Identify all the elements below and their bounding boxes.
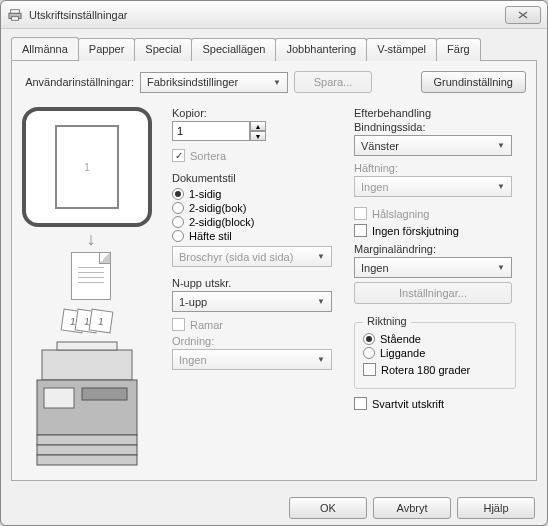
- svg-rect-6: [82, 388, 127, 400]
- user-settings-select[interactable]: Fabriksindstillinger ▼: [140, 72, 288, 93]
- layer-icon: 1: [89, 309, 114, 334]
- ok-button[interactable]: OK: [289, 497, 367, 519]
- user-settings-label: Användarinställningar:: [22, 76, 134, 88]
- chevron-down-icon: ▼: [317, 297, 325, 306]
- user-settings-value: Fabriksindstillinger: [147, 76, 238, 88]
- collate-checkbox: ✓ Sortera: [172, 149, 342, 162]
- tab-general[interactable]: Allmänna: [11, 37, 79, 60]
- paper-preview: 1: [22, 107, 152, 227]
- svg-rect-0: [11, 9, 20, 13]
- printer-illustration: [22, 340, 152, 470]
- help-button[interactable]: Hjälp: [457, 497, 535, 519]
- svg-rect-8: [37, 445, 137, 455]
- spin-up-icon[interactable]: ▲: [250, 121, 266, 131]
- punch-checkbox: Hålslagning: [354, 207, 516, 220]
- margin-select[interactable]: Ingen ▼: [354, 257, 512, 278]
- staple-select: Ingen ▼: [354, 176, 512, 197]
- pamphlet-select: Broschyr (sida vid sida) ▼: [172, 246, 332, 267]
- binding-label: Bindningssida:: [354, 121, 516, 133]
- frame-checkbox: Ramar: [172, 318, 342, 331]
- order-select: Ingen ▼: [172, 349, 332, 370]
- svg-rect-9: [37, 455, 137, 465]
- staple-label: Häftning:: [354, 162, 516, 174]
- svg-rect-3: [42, 350, 132, 380]
- layer-icons: 1 1 1: [22, 310, 160, 332]
- save-button: Spara...: [294, 71, 372, 93]
- tab-vstamp[interactable]: V-stämpel: [366, 38, 437, 61]
- nup-title: N-upp utskr.: [172, 277, 342, 289]
- tab-special[interactable]: Special: [134, 38, 192, 61]
- close-button[interactable]: [505, 6, 541, 24]
- nup-select[interactable]: 1-upp ▼: [172, 291, 332, 312]
- preview-page: 1: [55, 125, 119, 209]
- document-icon: [71, 252, 111, 300]
- spin-down-icon[interactable]: ▼: [250, 131, 266, 141]
- tab-paper[interactable]: Papper: [78, 38, 135, 61]
- margin-label: Marginaländring:: [354, 243, 516, 255]
- portrait-radio[interactable]: Stående: [363, 333, 507, 345]
- svg-rect-2: [12, 16, 19, 20]
- docstyle-1sided-radio[interactable]: 1-sidig: [172, 188, 342, 200]
- cancel-button[interactable]: Avbryt: [373, 497, 451, 519]
- printer-icon: [7, 7, 23, 23]
- chevron-down-icon: ▼: [317, 252, 325, 261]
- copies-spinner[interactable]: ▲ ▼: [172, 121, 342, 141]
- order-label: Ordning:: [172, 335, 342, 347]
- titlebar: Utskriftsinställningar: [1, 1, 547, 29]
- window-title: Utskriftsinställningar: [29, 9, 505, 21]
- tab-strip: Allmänna Papper Special Speciallägen Job…: [11, 37, 537, 61]
- chevron-down-icon: ▼: [317, 355, 325, 364]
- docstyle-booklet-radio[interactable]: Häfte stil: [172, 230, 342, 242]
- svg-rect-5: [44, 388, 74, 408]
- chevron-down-icon: ▼: [497, 182, 505, 191]
- chevron-down-icon: ▼: [273, 78, 281, 87]
- copies-label: Kopior:: [172, 107, 342, 119]
- tab-color[interactable]: Färg: [436, 38, 481, 61]
- offset-checkbox[interactable]: Ingen förskjutning: [354, 224, 516, 237]
- tab-job[interactable]: Jobbhantering: [275, 38, 367, 61]
- finishing-title: Efterbehandling: [354, 107, 516, 119]
- margin-settings-button: Inställningar...: [354, 282, 512, 304]
- svg-rect-7: [37, 435, 137, 445]
- rotate180-checkbox[interactable]: Rotera 180 grader: [363, 363, 507, 376]
- copies-input[interactable]: [172, 121, 250, 141]
- landscape-radio[interactable]: Liggande: [363, 347, 507, 359]
- docstyle-title: Dokumentstil: [172, 172, 342, 184]
- chevron-down-icon: ▼: [497, 141, 505, 150]
- svg-rect-10: [57, 342, 117, 350]
- docstyle-2sided-block-radio[interactable]: 2-sidig(block): [172, 216, 342, 228]
- binding-select[interactable]: Vänster ▼: [354, 135, 512, 156]
- chevron-down-icon: ▼: [497, 263, 505, 272]
- orientation-title: Riktning: [363, 315, 411, 327]
- bw-checkbox[interactable]: Svartvit utskrift: [354, 397, 516, 410]
- arrow-down-icon: ↓: [22, 229, 160, 250]
- tab-special-modes[interactable]: Speciallägen: [191, 38, 276, 61]
- defaults-button[interactable]: Grundinställning: [421, 71, 527, 93]
- docstyle-2sided-book-radio[interactable]: 2-sidig(bok): [172, 202, 342, 214]
